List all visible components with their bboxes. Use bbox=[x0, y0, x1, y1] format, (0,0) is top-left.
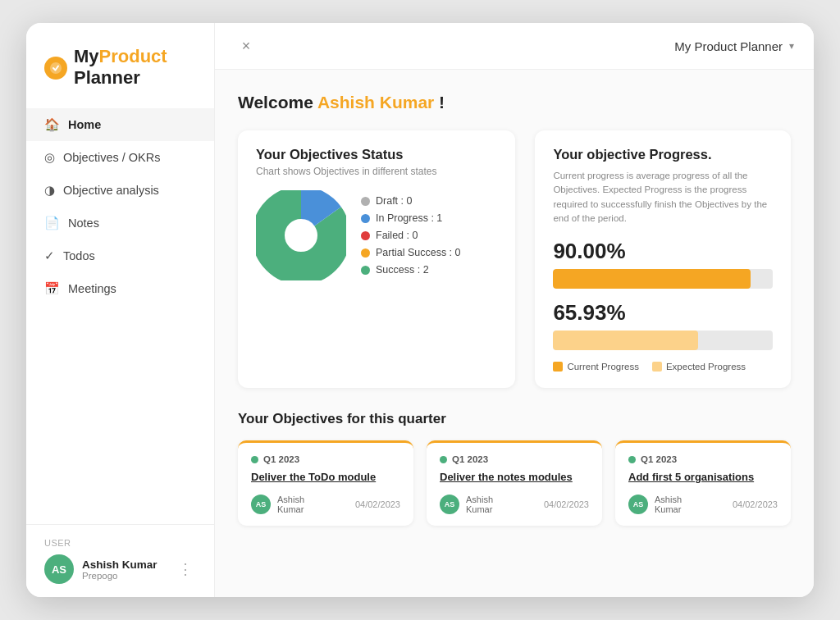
user-org: Prepogo bbox=[82, 571, 167, 581]
todos-icon: ✓ bbox=[44, 248, 55, 263]
progress-card-title: Your objective Progress. bbox=[553, 147, 773, 162]
obj-owner: AshishKumar bbox=[655, 495, 682, 514]
pie-chart bbox=[256, 190, 346, 280]
quarter-dot bbox=[251, 456, 258, 463]
objective-card: Q1 2023 Deliver the ToDo module AS Ashis… bbox=[238, 440, 413, 526]
quarter-section-title: Your Objectives for this quarter bbox=[238, 411, 791, 427]
quarter-label: Q1 2023 bbox=[452, 454, 488, 464]
objective-card: Q1 2023 Deliver the notes modules AS Ash… bbox=[427, 440, 602, 526]
svg-point-0 bbox=[50, 62, 62, 74]
progress-card: Your objective Progress. Current progres… bbox=[535, 130, 791, 388]
logo: MyProductPlanner bbox=[26, 23, 214, 108]
logo-my: My bbox=[74, 46, 99, 66]
user-row: AS Ashish Kumar Prepogo ⋮ bbox=[44, 554, 196, 584]
user-label: User bbox=[44, 538, 196, 548]
nav-item-label: Todos bbox=[63, 249, 95, 262]
obj-avatar: AS bbox=[251, 495, 271, 514]
quarter-label: Q1 2023 bbox=[263, 454, 299, 464]
obj-footer: AS AshishKumar 04/02/2023 bbox=[440, 495, 589, 514]
progress-legend-dot bbox=[553, 362, 563, 372]
progress-legend-item: Current Progress bbox=[553, 362, 639, 372]
legend-label: Success : 2 bbox=[376, 264, 429, 276]
nav-item-label: Meetings bbox=[68, 282, 116, 295]
welcome-prefix: Welcome bbox=[238, 93, 313, 112]
obj-avatar: AS bbox=[628, 495, 648, 514]
welcome-suffix: ! bbox=[439, 93, 445, 112]
app-container: MyProductPlanner 🏠 Home◎ Objectives / OK… bbox=[26, 23, 814, 597]
legend-dot bbox=[361, 248, 370, 258]
obj-name[interactable]: Deliver the notes modules bbox=[440, 471, 589, 483]
quarter-dot bbox=[628, 456, 636, 463]
sidebar-item-objective-analysis[interactable]: ◑ Objective analysis bbox=[26, 174, 214, 207]
nav-item-label: Home bbox=[68, 118, 101, 131]
user-info: Ashish Kumar Prepogo bbox=[82, 558, 167, 581]
nav-item-label: Notes bbox=[68, 217, 99, 230]
welcome-title: Welcome Ashish Kumar ! bbox=[238, 93, 791, 112]
current-progress-value: 90.00% bbox=[553, 239, 773, 264]
notes-icon: 📄 bbox=[44, 216, 60, 230]
legend-dot bbox=[361, 231, 370, 240]
sidebar-item-notes[interactable]: 📄 Notes bbox=[26, 207, 214, 239]
sidebar-item-home[interactable]: 🏠 Home bbox=[26, 108, 214, 141]
meetings-icon: 📅 bbox=[44, 281, 60, 296]
sidebar-item-objectives[interactable]: ◎ Objectives / OKRs bbox=[26, 141, 214, 174]
sidebar-item-meetings[interactable]: 📅 Meetings bbox=[26, 272, 214, 305]
obj-quarter: Q1 2023 bbox=[440, 454, 589, 464]
legend-item: Success : 2 bbox=[361, 264, 461, 276]
user-more-button[interactable]: ⋮ bbox=[175, 557, 196, 581]
header-title: My Product Planner bbox=[674, 39, 783, 53]
logo-planner: Planner bbox=[74, 67, 140, 88]
sidebar-user: User AS Ashish Kumar Prepogo ⋮ bbox=[26, 524, 214, 597]
current-progress-bar-bg bbox=[553, 269, 773, 289]
objective-card: Q1 2023 Add first 5 organisations AS Ash… bbox=[615, 440, 791, 526]
obj-quarter: Q1 2023 bbox=[251, 454, 400, 464]
dashboard-content: Welcome Ashish Kumar ! Your Objectives S… bbox=[215, 70, 814, 597]
progress-legend: Current Progress Expected Progress bbox=[553, 362, 773, 372]
sidebar: MyProductPlanner 🏠 Home◎ Objectives / OK… bbox=[26, 23, 215, 597]
legend-item: Partial Success : 0 bbox=[361, 247, 461, 258]
obj-date: 04/02/2023 bbox=[544, 499, 589, 509]
status-card-subtitle: Chart shows Objectives in different stat… bbox=[256, 166, 497, 177]
progress-legend-label: Current Progress bbox=[567, 362, 639, 372]
legend-item: Draft : 0 bbox=[361, 195, 461, 207]
objectives-status-card: Your Objectives Status Chart shows Objec… bbox=[238, 130, 515, 388]
progress-legend-label: Expected Progress bbox=[666, 362, 746, 372]
legend-label: Failed : 0 bbox=[376, 230, 418, 241]
quarter-dot bbox=[440, 456, 447, 463]
current-progress-bar-fill bbox=[553, 269, 751, 289]
logo-product: Product bbox=[99, 46, 167, 66]
sidebar-item-todos[interactable]: ✓ Todos bbox=[26, 239, 214, 272]
legend-label: In Progress : 1 bbox=[376, 212, 442, 224]
progress-desc: Current progress is average progress of … bbox=[553, 169, 773, 226]
logo-text: MyProductPlanner bbox=[74, 46, 167, 89]
obj-footer: AS AshishKumar 04/02/2023 bbox=[251, 495, 400, 514]
home-icon: 🏠 bbox=[44, 117, 60, 132]
chart-row: Draft : 0 In Progress : 1 Failed : 0 Par… bbox=[256, 190, 497, 280]
progress-legend-dot bbox=[652, 362, 662, 372]
close-button[interactable]: × bbox=[235, 34, 258, 57]
legend-item: In Progress : 1 bbox=[361, 212, 461, 224]
progress-legend-item: Expected Progress bbox=[652, 362, 746, 372]
dashboard-row: Your Objectives Status Chart shows Objec… bbox=[238, 130, 791, 388]
objective-analysis-icon: ◑ bbox=[44, 183, 55, 198]
legend-dot bbox=[361, 266, 370, 275]
expected-progress-bar-fill bbox=[553, 331, 698, 350]
objectives-icon: ◎ bbox=[44, 150, 55, 165]
sidebar-nav: 🏠 Home◎ Objectives / OKRs◑ Objective ana… bbox=[26, 108, 214, 524]
obj-name[interactable]: Add first 5 organisations bbox=[628, 471, 778, 483]
nav-item-label: Objectives / OKRs bbox=[63, 151, 160, 164]
status-card-title: Your Objectives Status bbox=[256, 147, 497, 162]
chart-legend: Draft : 0 In Progress : 1 Failed : 0 Par… bbox=[361, 195, 461, 276]
user-name: Ashish Kumar bbox=[82, 558, 167, 571]
quarter-label: Q1 2023 bbox=[641, 454, 677, 464]
obj-name[interactable]: Deliver the ToDo module bbox=[251, 471, 400, 483]
logo-icon bbox=[44, 57, 67, 80]
obj-owner: AshishKumar bbox=[466, 495, 493, 514]
obj-avatar: AS bbox=[440, 495, 459, 514]
legend-item: Failed : 0 bbox=[361, 230, 461, 241]
obj-date: 04/02/2023 bbox=[355, 499, 400, 509]
welcome-name: Ashish Kumar bbox=[317, 93, 434, 112]
obj-quarter: Q1 2023 bbox=[628, 454, 778, 464]
dropdown-arrow-icon[interactable]: ▾ bbox=[789, 40, 794, 52]
expected-progress-value: 65.93% bbox=[553, 300, 773, 326]
